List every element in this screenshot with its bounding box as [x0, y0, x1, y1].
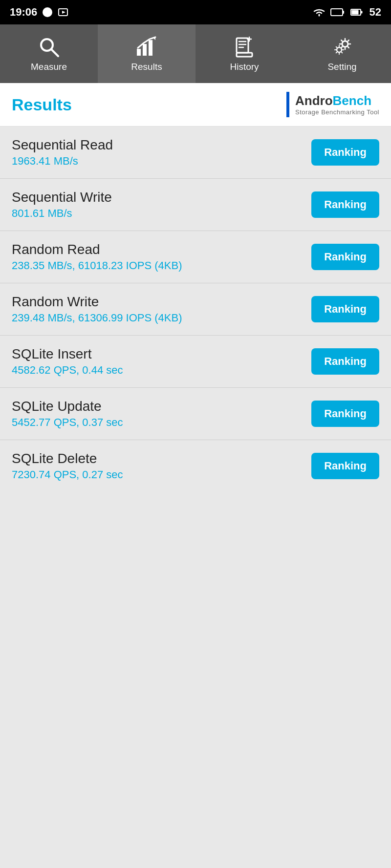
tab-results-label: Results — [131, 62, 162, 72]
nav-tabs: Measure Results History — [0, 24, 391, 83]
result-name: Sequential Read — [12, 137, 113, 153]
record-icon — [58, 7, 68, 18]
ranking-button[interactable]: Ranking — [311, 139, 379, 166]
result-item: SQLite Insert 4582.62 QPS, 0.44 sec Rank… — [0, 336, 391, 388]
result-value: 4582.62 QPS, 0.44 sec — [12, 364, 123, 377]
status-time: 19:06 — [10, 6, 37, 19]
result-value: 238.35 MB/s, 61018.23 IOPS (4KB) — [12, 259, 182, 272]
result-item: SQLite Update 5452.77 QPS, 0.37 sec Rank… — [0, 388, 391, 440]
tab-measure[interactable]: Measure — [0, 24, 98, 83]
svg-rect-6 — [351, 10, 358, 15]
logo-bench: Bench — [333, 93, 371, 108]
result-value: 7230.74 QPS, 0.27 sec — [12, 468, 123, 481]
result-item: Random Read 238.35 MB/s, 61018.23 IOPS (… — [0, 231, 391, 283]
svg-point-21 — [342, 41, 348, 47]
result-value: 801.61 MB/s — [12, 207, 112, 220]
ranking-button[interactable]: Ranking — [311, 296, 379, 322]
results-page-title: Results — [12, 95, 72, 114]
result-name: Random Write — [12, 294, 182, 310]
logo-bar — [286, 92, 289, 117]
result-name: SQLite Update — [12, 399, 123, 414]
results-header: Results AndroBench Storage Benchmarking … — [0, 83, 391, 127]
result-info: SQLite Delete 7230.74 QPS, 0.27 sec — [12, 451, 123, 481]
logo-andro: Andro — [295, 93, 333, 108]
result-item: Sequential Write 801.61 MB/s Ranking — [0, 179, 391, 231]
ranking-button[interactable]: Ranking — [311, 453, 379, 479]
result-value: 239.48 MB/s, 61306.99 IOPS (4KB) — [12, 312, 182, 324]
result-value: 1963.41 MB/s — [12, 155, 113, 168]
result-info: SQLite Insert 4582.62 QPS, 0.44 sec — [12, 346, 123, 377]
svg-rect-4 — [343, 11, 344, 14]
result-item: Random Write 239.48 MB/s, 61306.99 IOPS … — [0, 283, 391, 336]
status-right: 52 — [313, 6, 381, 19]
circle-icon — [42, 7, 53, 18]
gear-icon — [330, 35, 354, 59]
svg-rect-7 — [361, 11, 362, 14]
result-info: SQLite Update 5452.77 QPS, 0.37 sec — [12, 399, 123, 429]
svg-point-0 — [43, 7, 52, 17]
svg-rect-11 — [143, 44, 147, 56]
results-list: Sequential Read 1963.41 MB/s Ranking Seq… — [0, 127, 391, 492]
svg-rect-15 — [237, 53, 252, 57]
svg-point-22 — [337, 47, 342, 52]
result-value: 5452.77 QPS, 0.37 sec — [12, 416, 123, 429]
svg-rect-3 — [331, 9, 343, 16]
svg-rect-14 — [237, 38, 248, 53]
result-name: SQLite Delete — [12, 451, 123, 466]
result-item: SQLite Delete 7230.74 QPS, 0.27 sec Rank… — [0, 440, 391, 492]
result-info: Random Read 238.35 MB/s, 61018.23 IOPS (… — [12, 242, 182, 272]
tab-measure-label: Measure — [31, 62, 67, 72]
tab-history-label: History — [230, 62, 259, 72]
logo-text: AndroBench Storage Benchmarking Tool — [295, 93, 379, 116]
result-info: Sequential Write 801.61 MB/s — [12, 190, 112, 220]
logo-area: AndroBench Storage Benchmarking Tool — [286, 92, 379, 117]
result-name: Sequential Write — [12, 190, 112, 205]
history-icon — [233, 35, 256, 59]
logo-name: AndroBench — [295, 93, 379, 108]
result-info: Random Write 239.48 MB/s, 61306.99 IOPS … — [12, 294, 182, 324]
result-name: SQLite Insert — [12, 346, 123, 362]
search-icon — [37, 35, 61, 59]
svg-rect-10 — [137, 49, 141, 56]
battery-outline-icon — [330, 7, 345, 18]
result-name: Random Read — [12, 242, 182, 257]
tab-setting[interactable]: Setting — [293, 24, 391, 83]
svg-rect-12 — [149, 40, 152, 56]
result-item: Sequential Read 1963.41 MB/s Ranking — [0, 127, 391, 179]
ranking-button[interactable]: Ranking — [311, 244, 379, 270]
ranking-button[interactable]: Ranking — [311, 191, 379, 218]
tab-history[interactable]: History — [196, 24, 293, 83]
svg-marker-2 — [62, 11, 65, 14]
wifi-icon — [313, 7, 326, 18]
logo-sub: Storage Benchmarking Tool — [295, 108, 379, 116]
tab-setting-label: Setting — [327, 62, 356, 72]
ranking-button[interactable]: Ranking — [311, 348, 379, 375]
chart-icon — [135, 35, 158, 59]
result-info: Sequential Read 1963.41 MB/s — [12, 137, 113, 168]
battery-level: 52 — [369, 6, 381, 19]
status-left: 19:06 — [10, 6, 68, 19]
status-bar: 19:06 52 — [0, 0, 391, 24]
ranking-button[interactable]: Ranking — [311, 401, 379, 427]
tab-results[interactable]: Results — [98, 24, 196, 83]
battery-icon — [350, 7, 365, 18]
svg-line-9 — [51, 49, 58, 56]
